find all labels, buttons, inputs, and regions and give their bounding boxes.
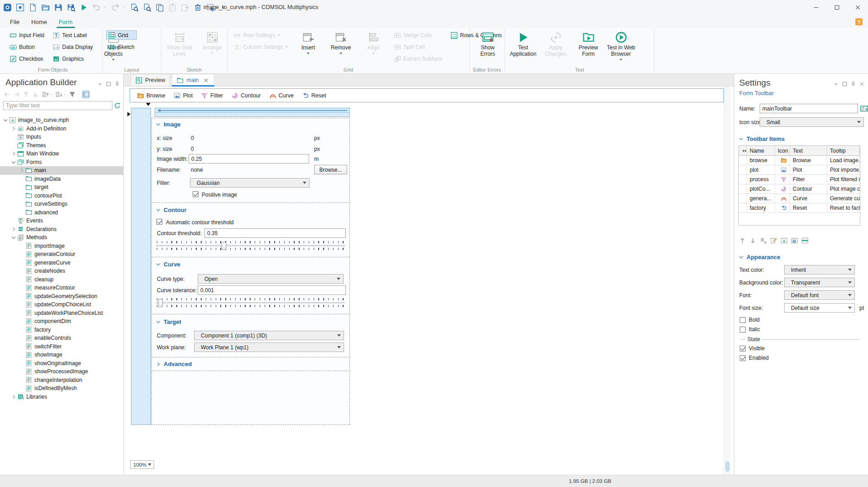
tree-item-changeinterpolation[interactable]: changeInterpolation — [0, 376, 123, 385]
expander-icon[interactable] — [19, 168, 24, 173]
tree-item-createnodes[interactable]: createNodes — [0, 267, 123, 275]
delete-icon[interactable] — [194, 3, 202, 12]
data-display-button[interactable]: 1.23Data Display — [50, 42, 95, 52]
tree-item-enablecontrols[interactable]: enableControls — [0, 334, 123, 342]
help-icon[interactable]: ? — [855, 18, 863, 26]
nav-forward-icon[interactable] — [13, 91, 20, 98]
panel-menu-icon[interactable] — [97, 81, 103, 87]
grid-button[interactable]: Grid — [106, 30, 137, 40]
redo-icon[interactable] — [111, 3, 120, 12]
font-size-select[interactable]: Default size — [784, 303, 855, 313]
tree-item-main-window[interactable]: Main Window — [0, 149, 123, 158]
table-row-plot[interactable]: plotPlotPlot importe... — [739, 165, 860, 175]
icon-size-select[interactable]: Small — [760, 117, 864, 127]
preview-icon[interactable] — [130, 3, 139, 12]
maximize-button[interactable] — [826, 0, 847, 15]
tree-item-showoriginalimage[interactable]: showOriginalImage — [0, 359, 123, 368]
tree-item-updategeometryselection[interactable]: updateGeometrySelection — [0, 292, 123, 301]
grid-row-header[interactable] — [131, 108, 151, 425]
button-button[interactable]: OKButton — [7, 42, 47, 52]
collapse-tree-icon[interactable] — [55, 91, 63, 98]
browse-toolbar-button[interactable]: Browse — [133, 90, 169, 101]
table-row-factory[interactable]: factoryResetReset to fact... — [739, 203, 860, 213]
name-input[interactable] — [760, 104, 858, 113]
tree-item-importimage[interactable]: importImage — [0, 242, 123, 251]
add-item-icon[interactable] — [781, 237, 788, 244]
filter-tree-icon-dropdown[interactable] — [77, 93, 80, 96]
expander-icon[interactable] — [11, 394, 16, 400]
paste-icon[interactable] — [168, 3, 177, 12]
tree-item-generatecurve[interactable]: generateCurve — [0, 259, 123, 267]
show-errors-button[interactable]: Show Errors — [473, 30, 502, 58]
close-button[interactable] — [847, 0, 868, 15]
delete-item-icon[interactable] — [760, 237, 767, 244]
column-header-name[interactable]: Name — [747, 146, 775, 155]
nav-back-icon[interactable] — [3, 91, 11, 98]
tree-item-inputs[interactable]: Inputs — [0, 133, 123, 141]
background-color-select[interactable]: Transparent — [784, 278, 855, 287]
input-field-button[interactable]: Input Field — [7, 30, 47, 40]
edit-name-icon[interactable] — [860, 104, 868, 113]
table-row-plotco[interactable]: plotCo...ContourPlot image c... — [739, 184, 860, 194]
appearance-section-header[interactable]: Appearance — [734, 254, 868, 260]
tab-main[interactable]: main — [172, 74, 214, 86]
expander-icon[interactable] — [3, 117, 8, 123]
tree-item-libraries[interactable]: Libraries — [0, 393, 123, 401]
tree-item-forms[interactable]: Forms — [0, 158, 123, 167]
expander-icon[interactable] — [11, 126, 16, 131]
tree-item-componentdim[interactable]: componentDim — [0, 317, 123, 326]
filter-input[interactable] — [3, 101, 112, 110]
curve-tolerance-input[interactable] — [198, 285, 346, 295]
refresh-icon[interactable] — [114, 102, 121, 109]
preview-all-icon[interactable] — [143, 3, 151, 12]
undo-icon-dropdown[interactable] — [103, 5, 107, 10]
tree-item-showprocessedimage[interactable]: showProcessedImage — [0, 367, 123, 376]
tree-item-generatecontour[interactable]: generateContour — [0, 250, 123, 259]
preview-form-button[interactable]: Preview Form — [574, 30, 603, 58]
redo-icon-dropdown[interactable] — [122, 5, 126, 10]
float-panel-icon[interactable] — [106, 81, 112, 87]
text-color-select[interactable]: Inherit — [784, 265, 855, 275]
zoom-control[interactable]: 100% — [130, 460, 154, 469]
editor-tools-icon[interactable] — [82, 91, 90, 98]
section-target-header[interactable]: Target — [156, 318, 181, 325]
add-separator-icon[interactable] — [801, 237, 809, 244]
app-icon[interactable] — [3, 3, 12, 12]
text-label-button[interactable]: TText Label — [50, 30, 95, 40]
section-curve-header[interactable]: Curve — [156, 261, 180, 268]
tree-item-add-in-definition[interactable]: Add-in Definition — [0, 125, 123, 133]
copy-icon[interactable] — [155, 3, 164, 12]
tree-item-image-to-curve-mph[interactable]: Aimage_to_curve.mph — [0, 116, 123, 125]
menu-tab-file[interactable]: File — [10, 15, 19, 28]
filter-tree-icon[interactable] — [68, 91, 76, 98]
tab-preview[interactable]: Preview — [131, 74, 170, 86]
test-in-web-browser-button[interactable]: Test in Web Browser — [606, 30, 635, 61]
checkbox-button[interactable]: Checkbox — [7, 54, 47, 63]
slider-handle[interactable] — [222, 242, 227, 250]
column-header-text[interactable]: Text — [790, 146, 827, 155]
plot-toolbar-button[interactable]: Plot — [170, 90, 197, 101]
tree-item-cleanup[interactable]: cleanup — [0, 275, 123, 284]
move-item-up-icon[interactable] — [739, 237, 746, 244]
form-toolbar[interactable]: BrowsePlotFilterContourCurveReset — [130, 88, 724, 102]
tree-item-measurecontour[interactable]: measureContour — [0, 284, 123, 292]
duplicate-icon[interactable] — [181, 3, 189, 12]
vertical-scrollbar[interactable] — [724, 87, 730, 475]
remove-button[interactable]: Remove — [326, 30, 355, 54]
curve-tolerance-slider[interactable] — [156, 298, 345, 309]
visible-checkbox[interactable] — [740, 346, 746, 352]
image-width-input[interactable] — [189, 154, 309, 164]
save-as-icon[interactable] — [67, 3, 75, 12]
add-toggle-item-icon[interactable] — [791, 237, 798, 244]
tree-item-updateworkplanechoicelist[interactable]: updateWorkPlaneChoiceList — [0, 309, 123, 318]
expander-icon[interactable] — [11, 227, 16, 232]
tree-item-themes[interactable]: Themes — [0, 141, 123, 150]
menu-tab-home[interactable]: Home — [31, 15, 47, 28]
open-file-icon[interactable] — [41, 3, 50, 12]
pin-panel-icon[interactable] — [114, 81, 120, 87]
bold-checkbox[interactable] — [740, 317, 746, 323]
section-contour-header[interactable]: Contour — [156, 207, 187, 213]
tree-item-declarations[interactable]: Declarations — [0, 225, 123, 234]
new-file-icon[interactable] — [29, 3, 37, 12]
table-row-browse[interactable]: browseBrowseLoad image... — [739, 156, 860, 165]
